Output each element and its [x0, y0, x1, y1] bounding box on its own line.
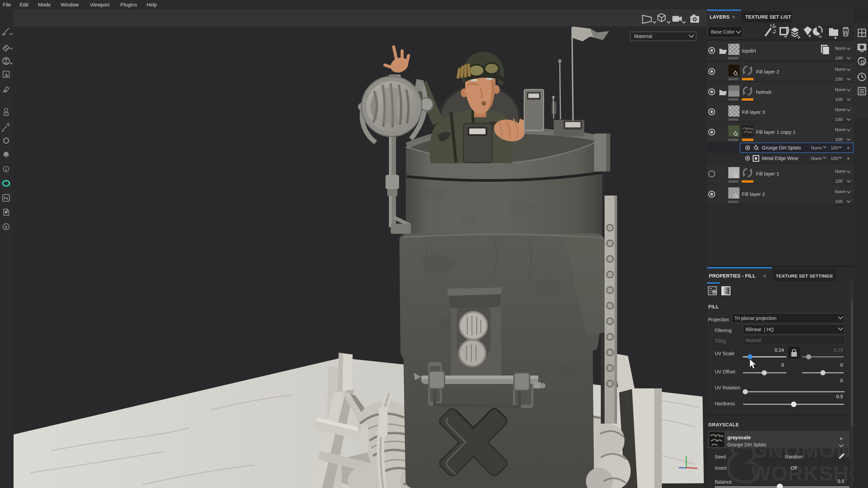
svg-text:Repeat: Repeat: [746, 338, 761, 343]
svg-text:Fill layer 2: Fill layer 2: [742, 191, 765, 197]
svg-text:Tri-planar projection: Tri-planar projection: [734, 316, 776, 321]
svg-text:Projection: Projection: [708, 317, 729, 322]
svg-text:FILL: FILL: [708, 304, 719, 309]
svg-text:Invert: Invert: [715, 465, 727, 471]
svg-text:Fill layer 2: Fill layer 2: [756, 69, 779, 75]
svg-text:Norm: Norm: [835, 67, 846, 72]
svg-text:0.24: 0.24: [775, 347, 784, 353]
svg-text:×: ×: [732, 14, 735, 20]
svg-text:LAYERS: LAYERS: [710, 14, 730, 20]
svg-text:100: 100: [831, 156, 838, 161]
svg-text:100: 100: [835, 199, 843, 204]
svg-text:Random: Random: [785, 454, 803, 460]
svg-text:S: S: [5, 225, 7, 229]
svg-text:Material: Material: [634, 33, 652, 39]
svg-text:Norm: Norm: [811, 156, 822, 161]
svg-text:Metal Edge Wear: Metal Edge Wear: [762, 156, 798, 161]
svg-text:100: 100: [835, 56, 843, 61]
svg-text:Grunge Dirt Splats: Grunge Dirt Splats: [762, 145, 801, 150]
svg-text:100: 100: [835, 97, 843, 102]
svg-text:Tiling: Tiling: [715, 338, 726, 344]
svg-text:GRAYSCALE: GRAYSCALE: [708, 422, 739, 427]
svg-text:Norm: Norm: [835, 127, 846, 132]
svg-text:0: 0: [781, 362, 784, 368]
svg-text:0: 0: [840, 378, 843, 383]
svg-text:Norm: Norm: [835, 169, 846, 174]
svg-text:Norm: Norm: [835, 46, 846, 51]
svg-text:×: ×: [840, 436, 843, 442]
svg-text:PROPERTIES - FILL: PROPERTIES - FILL: [709, 273, 755, 279]
svg-text:Ps: Ps: [4, 196, 8, 200]
svg-text:TEXTURE SET LIST: TEXTURE SET LIST: [745, 14, 791, 20]
svg-text:Hardness: Hardness: [715, 401, 735, 406]
svg-text:×: ×: [763, 273, 766, 279]
svg-text:0.5: 0.5: [836, 394, 843, 399]
svg-text:Norm: Norm: [835, 189, 846, 194]
svg-text:topdirt: topdirt: [742, 48, 756, 54]
svg-text:s: s: [5, 167, 7, 171]
svg-text:0.24: 0.24: [834, 347, 843, 353]
svg-text:Fill layer 1: Fill layer 1: [756, 171, 779, 177]
svg-text:Bilinear | HQ: Bilinear | HQ: [746, 327, 774, 332]
svg-text:grayscale: grayscale: [727, 434, 751, 440]
svg-text:Fill layer 1 copy 1: Fill layer 1 copy 1: [756, 129, 796, 135]
svg-text:Fill layer 3: Fill layer 3: [742, 109, 765, 115]
svg-text:Norm: Norm: [811, 145, 822, 150]
svg-text:S: S: [4, 139, 7, 143]
svg-text:UV Scale: UV Scale: [715, 351, 735, 356]
svg-text:100: 100: [835, 179, 843, 184]
svg-text:TEXTURE SET SETTINGS: TEXTURE SET SETTINGS: [776, 273, 833, 279]
svg-text:0: 0: [840, 362, 843, 368]
svg-text:×: ×: [847, 145, 850, 151]
svg-text:100: 100: [835, 137, 843, 142]
svg-text:Grunge Dirt Splats: Grunge Dirt Splats: [727, 442, 766, 447]
svg-text:Seed: Seed: [715, 454, 726, 460]
svg-text:UV Offset: UV Offset: [715, 369, 735, 374]
svg-text:Base Color: Base Color: [711, 29, 735, 35]
svg-text:Norm: Norm: [835, 107, 846, 112]
svg-text:0.5: 0.5: [838, 479, 845, 484]
svg-text:×: ×: [847, 156, 850, 161]
svg-text:Filtering: Filtering: [715, 328, 732, 333]
svg-text:100: 100: [835, 117, 843, 122]
svg-text:Balance: Balance: [715, 479, 732, 485]
svg-text:UV Rotation: UV Rotation: [715, 385, 740, 390]
svg-text:helmet: helmet: [756, 89, 772, 95]
svg-text:Off: Off: [791, 465, 797, 471]
svg-text:100: 100: [835, 77, 843, 82]
svg-text:Norm: Norm: [835, 87, 846, 92]
svg-text:100: 100: [831, 145, 838, 150]
